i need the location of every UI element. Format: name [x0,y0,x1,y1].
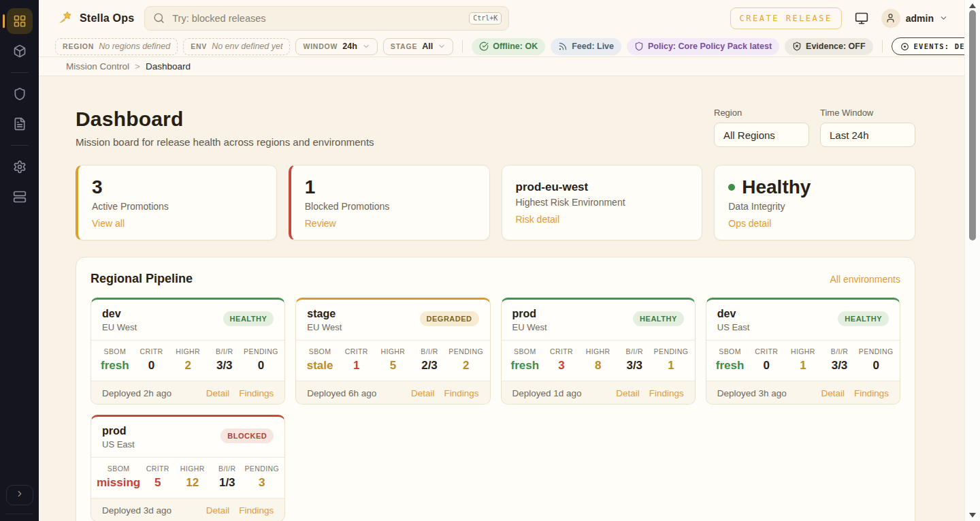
deployed-text: Deployed 1d ago [512,388,582,398]
summary-card-link[interactable]: Risk detail [516,214,560,225]
env-region: EU West [512,322,547,332]
env-links: DetailFindings [821,388,889,398]
stat-label: PENDING [858,347,894,356]
env-context-chip[interactable]: ENV No env defined yet [183,38,290,55]
create-release-button[interactable]: CREATE RELEASE [730,7,842,29]
user-menu[interactable]: admin [881,9,948,28]
summary-card-value: 3 [92,176,263,199]
status-chip-label: Policy: Core Policy Pack latest [648,42,772,51]
findings-link[interactable]: Findings [444,388,478,398]
environment-cards: devEU WestHEALTHYSBOMfreshCRITR0HIGHR2B/… [91,298,900,521]
sidebar-divider [11,72,29,73]
chip-value: No regions defined [99,42,170,51]
regional-pipeline-panel: Regional Pipeline All environments devEU… [76,257,915,521]
env-links: DetailFindings [206,505,274,516]
summary-card-link[interactable]: Ops detail [728,218,771,229]
summary-card-label: Highest Risk Environment [516,197,689,208]
detail-link[interactable]: Detail [411,388,435,398]
summary-card-link[interactable]: View all [92,218,125,229]
detail-link[interactable]: Detail [821,388,845,398]
stat-cell: CRITR3 [543,347,580,373]
page-subtitle: Mission board for release health across … [76,136,374,148]
status-chip[interactable]: Policy: Core Policy Pack latest [627,38,779,55]
scrollbar-down-arrow[interactable] [969,513,976,518]
findings-link[interactable]: Findings [239,505,274,516]
stat-value: 3/3 [821,359,858,373]
env-card: devUS EastHEALTHYSBOMfreshCRITR0HIGHR1B/… [706,298,900,405]
sidebar-item-package[interactable] [7,38,33,64]
brand: Stella Ops [58,10,134,26]
status-chips: Offline: OKFeed: LivePolicy: Core Policy… [472,38,872,55]
shield-icon [13,87,27,101]
sidebar-item-settings[interactable] [7,154,33,180]
status-chip[interactable]: Feed: Live [551,38,621,55]
monitor-icon[interactable] [855,12,868,25]
stat-cell: PENDING2 [448,347,485,373]
breadcrumb-parent-link[interactable]: Mission Control [66,61,129,72]
sidebar-item-server[interactable] [7,184,33,210]
stat-label: HIGHR [175,464,210,473]
sidebar-item-layout-grid[interactable] [7,8,33,34]
stat-cell: HIGHR8 [580,347,617,373]
time-window-select[interactable]: Last 24h [820,123,915,147]
stat-value: 8 [580,359,617,373]
divider [462,40,463,52]
status-badge: BLOCKED [220,428,274,443]
env-region: US East [102,439,135,449]
deployed-text: Deployed 3h ago [717,388,787,398]
scrollbar-thumb[interactable] [969,10,976,240]
detail-link[interactable]: Detail [206,388,230,398]
chevron-right-icon [15,489,24,501]
findings-link[interactable]: Findings [649,388,684,398]
region-context-chip[interactable]: REGION No regions defined [55,38,178,55]
status-chip[interactable]: Offline: OK [472,38,545,55]
stat-value: 1 [338,359,375,373]
detail-link[interactable]: Detail [206,505,230,516]
env-stats: SBOMfreshCRITR0HIGHR2B/I/R3/3PENDING0 [91,340,284,381]
sidebar-item-file-text[interactable] [7,111,33,137]
brand-name: Stella Ops [80,12,134,25]
stat-label: CRITR [543,347,580,356]
region-select[interactable]: All Regions [714,123,809,147]
server-icon [13,190,27,204]
sidebar-expand-button[interactable] [6,485,33,505]
time-window-select-value: Last 24h [830,129,869,141]
stat-cell: CRITR0 [748,347,785,373]
env-region: EU West [307,322,342,332]
findings-link[interactable]: Findings [854,388,889,398]
file-text-icon [13,117,27,131]
stat-value: 3 [244,476,279,490]
status-chip[interactable]: Evidence: OFF [785,38,873,55]
stat-value: 3 [543,359,580,373]
env-region: EU West [102,322,137,332]
search-input[interactable] [171,12,463,25]
chevron-down-icon [362,42,370,50]
time-window-filter: Time Window Last 24h [820,108,915,147]
stat-cell: SBOMfresh [97,347,133,373]
breadcrumb-current: Dashboard [146,61,191,72]
status-chip-label: Offline: OK [493,42,538,51]
sidebar [0,0,39,521]
summary-card-link[interactable]: Review [305,218,336,229]
env-card-header: stageEU WestDEGRADED [296,300,489,340]
stat-cell: B/I/R3/3 [206,347,243,373]
chevron-down-icon [939,14,948,22]
all-environments-link[interactable]: All environments [830,274,901,285]
window-context-chip[interactable]: WINDOW 24h [295,38,377,55]
stat-label: B/I/R [616,347,653,356]
env-card-header: prodEU WestHEALTHY [502,300,695,340]
sidebar-item-shield[interactable] [7,81,33,107]
findings-link[interactable]: Findings [239,388,274,398]
stat-cell: B/I/R1/3 [210,464,244,490]
scrollbar-up-arrow[interactable] [969,3,976,8]
stage-context-chip[interactable]: STAGE All [383,38,453,55]
detail-link[interactable]: Detail [616,388,640,398]
env-card: devEU WestHEALTHYSBOMfreshCRITR0HIGHR2B/… [91,298,285,405]
stat-cell: SBOMmissing [97,464,140,490]
scrollbar [964,0,980,521]
env-card-header: devUS EastHEALTHY [706,300,900,340]
stat-label: PENDING [448,347,485,356]
stat-value: 0 [133,359,170,373]
settings-icon [13,160,27,174]
summary-card: 1Blocked PromotionsReview [289,165,490,240]
